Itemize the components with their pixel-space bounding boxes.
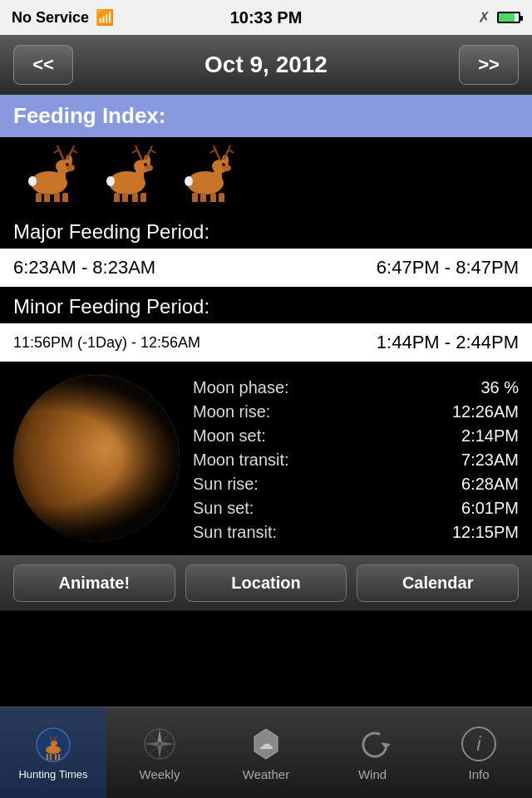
tab-weather-label: Weather xyxy=(243,767,289,781)
nav-header: << Oct 9, 2012 >> xyxy=(0,35,532,95)
moon-data: Moon phase: 36 % Moon rise: 12:26AM Moon… xyxy=(193,375,519,542)
deer-area xyxy=(0,137,532,212)
wifi-icon: 📶 xyxy=(96,8,114,27)
svg-rect-15 xyxy=(62,193,68,202)
svg-point-5 xyxy=(66,163,69,166)
tab-hunting-times[interactable]: Hunting Times xyxy=(0,707,106,798)
moon-section: Moon phase: 36 % Moon rise: 12:26AM Moon… xyxy=(0,362,532,555)
svg-rect-31 xyxy=(122,193,128,202)
moon-rise-label: Moon rise: xyxy=(193,402,270,421)
svg-rect-30 xyxy=(114,193,120,202)
svg-marker-65 xyxy=(157,729,162,744)
tab-wind-label: Wind xyxy=(358,767,387,781)
battery-icon xyxy=(497,12,520,23)
moon-rise-row: Moon rise: 12:26AM xyxy=(193,402,519,421)
moon-transit-value: 7:23AM xyxy=(461,451,519,470)
moon-transit-row: Moon transit: 7:23AM xyxy=(193,451,519,470)
svg-rect-49 xyxy=(200,193,206,202)
minor-time-2: 1:44PM - 2:44PM xyxy=(377,332,519,353)
no-service-text: No Service xyxy=(12,9,89,27)
svg-line-29 xyxy=(150,145,152,150)
status-right: ✗ xyxy=(478,8,520,27)
moon-transit-label: Moon transit: xyxy=(193,451,289,470)
svg-point-16 xyxy=(28,176,37,186)
moon-set-label: Moon set: xyxy=(193,426,266,446)
svg-rect-14 xyxy=(54,193,60,202)
feeding-index-label: Feeding Index: xyxy=(13,103,165,128)
svg-point-34 xyxy=(106,176,115,186)
svg-rect-56 xyxy=(51,745,54,751)
bluetooth-icon: ✗ xyxy=(478,8,490,27)
svg-text:i: i xyxy=(476,732,481,755)
minor-time-1: 11:56PM (-1Day) - 12:56AM xyxy=(13,334,200,352)
svg-line-8 xyxy=(57,145,59,150)
svg-marker-66 xyxy=(157,744,162,759)
svg-line-46 xyxy=(229,150,234,153)
tab-wind[interactable]: Wind xyxy=(319,707,426,798)
deer-icon-1 xyxy=(13,144,88,202)
svg-rect-51 xyxy=(219,193,224,202)
weekly-icon xyxy=(140,724,180,764)
svg-rect-48 xyxy=(192,193,198,202)
svg-line-44 xyxy=(214,145,215,150)
svg-point-52 xyxy=(185,176,193,186)
info-icon: i xyxy=(459,724,499,764)
minor-period-label: Minor Feeding Period: xyxy=(0,287,532,323)
wind-icon xyxy=(352,724,392,764)
svg-line-42 xyxy=(215,150,220,160)
sun-set-row: Sun set: 6:01PM xyxy=(193,499,519,518)
moon-phase-row: Moon phase: 36 % xyxy=(193,378,519,397)
svg-point-41 xyxy=(222,163,225,166)
svg-line-43 xyxy=(210,150,215,153)
svg-marker-68 xyxy=(160,741,175,746)
main-content: Feeding Index: xyxy=(0,95,532,555)
sun-set-value: 6:01PM xyxy=(461,499,519,518)
moon-rise-value: 12:26AM xyxy=(452,402,519,421)
svg-line-6 xyxy=(59,150,64,160)
svg-line-7 xyxy=(54,150,59,153)
svg-line-11 xyxy=(72,145,74,150)
svg-rect-50 xyxy=(210,193,216,202)
moon-set-row: Moon set: 2:14PM xyxy=(193,426,519,446)
minor-period-times: 11:56PM (-1Day) - 12:56AM 1:44PM - 2:44P… xyxy=(0,323,532,362)
tab-info[interactable]: i Info xyxy=(426,707,532,798)
feeding-index-header: Feeding Index: xyxy=(0,95,532,137)
tab-info-label: Info xyxy=(468,767,489,781)
major-period-times: 6:23AM - 8:23AM 6:47PM - 8:47PM xyxy=(0,249,532,287)
sun-transit-row: Sun transit: 12:15PM xyxy=(193,523,519,542)
next-button[interactable]: >> xyxy=(459,45,519,85)
location-button[interactable]: Location xyxy=(185,564,347,602)
calendar-button[interactable]: Calendar xyxy=(357,564,519,602)
animate-button[interactable]: Animate! xyxy=(13,564,175,602)
svg-marker-73 xyxy=(381,742,391,749)
status-time: 10:33 PM xyxy=(230,8,303,27)
moon-phase-label: Moon phase: xyxy=(193,378,289,397)
tab-weather[interactable]: ☁ Weather xyxy=(213,707,319,798)
action-buttons: Animate! Location Calendar xyxy=(0,555,532,611)
nav-title: Oct 9, 2012 xyxy=(204,52,328,78)
svg-text:☁: ☁ xyxy=(259,736,273,752)
tab-weekly-label: Weekly xyxy=(140,767,180,781)
svg-point-23 xyxy=(144,163,147,166)
svg-rect-13 xyxy=(44,193,50,202)
tab-bar: Hunting Times Weekly ☁ xyxy=(0,707,532,798)
svg-line-47 xyxy=(229,145,230,150)
sun-set-label: Sun set: xyxy=(193,499,254,518)
svg-line-25 xyxy=(132,150,137,153)
svg-line-10 xyxy=(72,150,77,153)
svg-rect-32 xyxy=(132,193,138,202)
major-period-label: Major Feeding Period: xyxy=(0,212,532,249)
deer-icon-2 xyxy=(91,144,166,202)
deer-icon-3 xyxy=(170,144,244,202)
moon-set-value: 2:14PM xyxy=(461,426,519,446)
major-time-1: 6:23AM - 8:23AM xyxy=(13,257,155,278)
sun-rise-label: Sun rise: xyxy=(193,475,259,494)
svg-rect-12 xyxy=(36,193,42,202)
hunting-times-icon xyxy=(33,725,73,765)
sun-rise-row: Sun rise: 6:28AM xyxy=(193,475,519,494)
sun-transit-label: Sun transit: xyxy=(193,523,277,542)
prev-button[interactable]: << xyxy=(13,45,73,85)
tab-hunting-times-label: Hunting Times xyxy=(18,768,87,781)
tab-weekly[interactable]: Weekly xyxy=(106,707,213,798)
status-bar: No Service 📶 10:33 PM ✗ xyxy=(0,0,532,35)
